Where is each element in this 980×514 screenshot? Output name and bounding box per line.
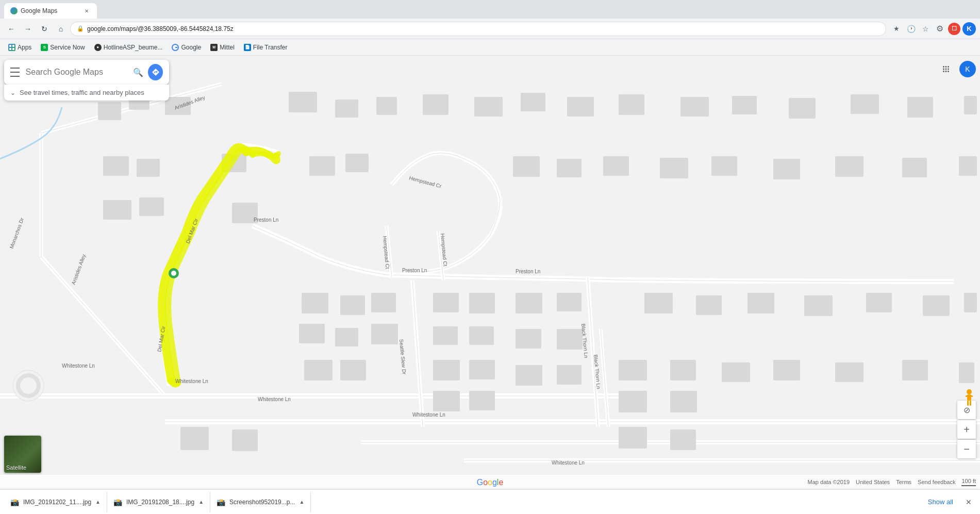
profile-icon-blue[interactable]: K xyxy=(962,22,976,36)
extensions-icon[interactable]: ⚙ xyxy=(934,23,946,35)
bookmark-servicenow-label: Service Now xyxy=(50,44,85,51)
user-avatar[interactable]: K xyxy=(959,61,976,77)
bookmark-star-icon[interactable]: ☆ xyxy=(919,23,932,35)
send-feedback-link[interactable]: Send feedback xyxy=(918,479,955,485)
bookmark-apps[interactable]: Apps xyxy=(4,41,36,54)
bookmark-mittel[interactable]: M Mittel xyxy=(206,41,239,54)
file-transfer-favicon: 📄 xyxy=(244,44,251,51)
download-arrow-3[interactable]: ▲ xyxy=(299,499,304,505)
satellite-label: Satellite xyxy=(6,465,26,471)
download-arrow-1[interactable]: ▲ xyxy=(95,499,101,505)
svg-rect-40 xyxy=(732,96,757,114)
nav-right-icons: ★ 🕐 ☆ ⚙ ☐ K xyxy=(890,22,976,36)
hotline-favicon: ● xyxy=(94,44,102,51)
download-icon-2: 📸 xyxy=(113,498,122,506)
svg-text:Whitestone Ln: Whitestone Ln xyxy=(62,363,95,369)
svg-rect-75 xyxy=(469,391,495,410)
svg-rect-68 xyxy=(433,293,459,312)
scale-bar: 100 ft xyxy=(961,478,976,486)
download-arrow-2[interactable]: ▲ xyxy=(198,499,204,505)
svg-rect-93 xyxy=(619,360,647,380)
svg-rect-90 xyxy=(232,429,258,451)
bookmark-google-label: Google xyxy=(181,44,201,51)
svg-point-105 xyxy=(171,271,176,276)
bookmark-file-transfer-label: File Transfer xyxy=(253,44,288,51)
downloads-close-btn[interactable]: ✕ xyxy=(961,495,976,509)
security-icon: 🔒 xyxy=(77,25,84,32)
clock-icon[interactable]: 🕐 xyxy=(905,23,917,35)
pegman-container[interactable] xyxy=(963,389,975,409)
hamburger-line-1 xyxy=(10,68,20,69)
map-container[interactable]: Aristides Alley Aristides Alley Del Mar … xyxy=(0,56,980,489)
search-input[interactable] xyxy=(26,68,129,77)
map-attribution: Google Map data ©2019 United States Term… xyxy=(0,475,980,489)
bookmark-hotline[interactable]: ● HotlineASP_beume... xyxy=(90,41,167,54)
svg-rect-49 xyxy=(345,154,369,172)
svg-rect-54 xyxy=(711,156,737,176)
show-all-btn[interactable]: Show all xyxy=(920,492,961,512)
satellite-thumbnail[interactable]: Satellite xyxy=(4,436,41,473)
pegman-icon[interactable] xyxy=(963,389,975,407)
search-icon[interactable]: 🔍 xyxy=(133,66,144,78)
apps-grid-btn[interactable] xyxy=(937,60,955,78)
tab-title: Google Maps xyxy=(21,7,79,14)
svg-point-125 xyxy=(967,389,972,394)
hamburger-line-3 xyxy=(10,76,20,77)
download-name-2: IMG_20191208_18....jpg xyxy=(126,499,194,506)
bookmarks-bar: Apps S Service Now ● HotlineASP_beume...… xyxy=(0,39,980,56)
download-name-1: IMG_20191202_11....jpg xyxy=(23,499,91,506)
search-box[interactable]: 🔍 xyxy=(4,60,169,85)
svg-text:Whitestone Ln: Whitestone Ln xyxy=(258,396,291,402)
home-btn[interactable]: ⌂ xyxy=(54,22,68,36)
forward-btn[interactable]: → xyxy=(21,22,35,36)
reload-btn[interactable]: ↻ xyxy=(37,22,52,36)
extension-icon-1[interactable]: ★ xyxy=(890,23,903,35)
directions-btn[interactable] xyxy=(148,64,163,80)
bookmark-servicenow[interactable]: S Service Now xyxy=(37,41,89,54)
apps-favicon xyxy=(8,44,15,51)
svg-text:Whitestone Ln: Whitestone Ln xyxy=(552,460,585,466)
svg-rect-53 xyxy=(660,158,688,178)
svg-rect-48 xyxy=(309,156,335,176)
svg-rect-57 xyxy=(902,158,927,177)
svg-rect-89 xyxy=(180,427,209,450)
svg-rect-52 xyxy=(603,156,629,176)
profile-icon-red[interactable]: ☐ xyxy=(948,23,960,35)
country-text: United States xyxy=(856,479,890,485)
chevron-down-icon: ⌄ xyxy=(10,89,15,96)
address-bar[interactable]: 🔒 google.com/maps/@36.3885009,-86.544582… xyxy=(70,22,886,36)
svg-rect-43 xyxy=(907,97,933,118)
svg-rect-99 xyxy=(835,362,863,382)
tab-bar: Google Maps ✕ xyxy=(0,0,980,19)
hamburger-menu-btn[interactable] xyxy=(10,66,22,78)
google-logo: Google xyxy=(477,478,504,487)
bookmark-file-transfer[interactable]: 📄 File Transfer xyxy=(240,41,292,54)
svg-rect-86 xyxy=(866,293,892,312)
browser-chrome: Google Maps ✕ ← → ↻ ⌂ 🔒 google.com/maps/… xyxy=(0,0,980,56)
svg-rect-96 xyxy=(670,391,697,412)
bookmark-apps-label: Apps xyxy=(18,44,31,51)
svg-rect-91 xyxy=(304,360,333,380)
svg-rect-41 xyxy=(789,98,816,119)
bookmark-google[interactable]: Google xyxy=(168,41,205,54)
url-text: google.com/maps/@36.3885009,-86.5445824,… xyxy=(87,25,879,32)
svg-rect-88 xyxy=(964,293,977,312)
svg-text:Preston Ln: Preston Ln xyxy=(254,217,278,223)
maps-top-right-controls: K xyxy=(937,60,976,78)
svg-rect-45 xyxy=(103,156,129,176)
travel-times-bar[interactable]: ⌄ See travel times, traffic and nearby p… xyxy=(4,85,169,101)
zoom-out-btn[interactable]: − xyxy=(957,440,976,458)
download-item-3[interactable]: 📸 Screenshot952019...p... ▲ xyxy=(210,492,311,512)
svg-rect-35 xyxy=(474,97,503,117)
tab-close-btn[interactable]: ✕ xyxy=(82,7,91,15)
back-btn[interactable]: ← xyxy=(4,22,19,36)
download-item-2[interactable]: 📸 IMG_20191208_18....jpg ▲ xyxy=(107,492,210,512)
download-item-1[interactable]: 📸 IMG_20191202_11....jpg ▲ xyxy=(4,492,107,512)
svg-rect-85 xyxy=(804,295,833,316)
svg-rect-70 xyxy=(433,360,460,380)
zoom-in-btn[interactable]: + xyxy=(957,420,976,439)
svg-rect-73 xyxy=(469,360,495,379)
svg-rect-126 xyxy=(967,394,971,401)
active-tab[interactable]: Google Maps ✕ xyxy=(4,3,97,19)
terms-link[interactable]: Terms xyxy=(896,479,911,485)
